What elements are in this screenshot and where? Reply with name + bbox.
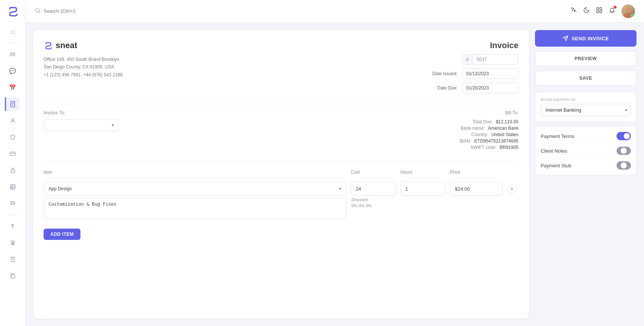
date-issued-label: Date Issued:	[432, 71, 458, 76]
svg-rect-23	[600, 11, 602, 13]
bill-to-label: Bill To:	[459, 110, 518, 115]
country-row: Country: United States	[459, 132, 518, 137]
grid-icon[interactable]	[596, 7, 603, 15]
sidebar-logo[interactable]	[6, 5, 20, 18]
send-icon	[562, 35, 568, 41]
remove-cell: ×	[507, 182, 518, 220]
sidebar-item-credit[interactable]	[6, 147, 20, 161]
sidebar-item-home[interactable]: ⌂	[6, 25, 20, 38]
col-cost: Cost	[351, 170, 396, 175]
payment-stub-row: Payment Stub	[541, 158, 631, 173]
payment-terms-toggle[interactable]	[617, 132, 631, 140]
payment-terms-row: Payment Terms	[541, 129, 631, 144]
sidebar-item-doc[interactable]	[6, 269, 20, 283]
item-name: App Design	[48, 186, 72, 191]
discount-values: 0% 0% 0%	[351, 203, 396, 208]
total-due-row: Total Due: $12,110.55	[459, 119, 518, 124]
sidebar-item-crown[interactable]: ♛	[6, 236, 20, 250]
preview-button[interactable]: PREVIEW	[535, 51, 636, 66]
avatar-online-indicator	[631, 14, 635, 18]
search-input[interactable]	[44, 8, 119, 14]
address-line1: Office 149, 450 South Brand Brooklyn	[44, 56, 123, 63]
invoice-to-select[interactable]: ​ ▾	[44, 119, 119, 131]
sidebar-divider-1	[8, 43, 18, 43]
invoice-to-label: Invoice To:	[44, 110, 119, 115]
sidebar-item-lock[interactable]	[6, 164, 20, 177]
item-description[interactable]: Customization & Bug Fixes	[44, 198, 346, 219]
cost-cell: Discount: 0% 0% 0%	[351, 182, 396, 220]
svg-rect-21	[600, 8, 602, 9]
item-cell: App Design ▾ Customization & Bug Fixes	[44, 182, 346, 220]
sidebar-item-calendar[interactable]: 📅	[6, 81, 20, 94]
country-label: Country:	[471, 132, 488, 137]
items-table-header: Item Cost Hours Price	[44, 170, 518, 178]
total-due-label: Total Due:	[473, 119, 493, 124]
bill-section: Invoice To: ​ ▾ Bill To: Total Due: $12,…	[44, 110, 518, 161]
avatar[interactable]	[621, 5, 635, 18]
save-button[interactable]: SAVE	[535, 71, 636, 86]
invoice-number-field: #	[462, 54, 518, 65]
invoice-title: Invoice	[490, 41, 518, 50]
sidebar: ⌂ ✉ 💬 📅	[0, 0, 26, 326]
date-due-field: Date Due:	[437, 83, 518, 93]
swift-row: SWIFT code: BR91905	[459, 145, 518, 150]
item-select[interactable]: App Design ▾	[44, 182, 346, 196]
swift-value: BR91905	[500, 145, 518, 150]
date-issued-field: Date Issued:	[432, 68, 518, 79]
date-due-label: Date Due:	[437, 85, 458, 91]
send-invoice-button[interactable]: SEND INVOICE	[535, 30, 636, 47]
translate-icon[interactable]	[570, 7, 577, 15]
send-invoice-label: SEND INVOICE	[571, 36, 609, 41]
date-due-input[interactable]	[462, 83, 518, 93]
company-logo: sneat	[44, 41, 123, 50]
svg-rect-7	[11, 170, 14, 173]
sidebar-item-table[interactable]	[6, 180, 20, 194]
address-line2: San Diego County, CA 91905, USA	[44, 63, 123, 71]
sidebar-item-text[interactable]: T	[6, 220, 20, 233]
remove-item-button[interactable]: ×	[507, 184, 516, 193]
sidebar-item-stack[interactable]: ☰	[6, 253, 20, 266]
search-icon	[35, 8, 41, 15]
payment-card: Accept payments via Internet Banking Cre…	[535, 92, 636, 122]
svg-rect-8	[11, 185, 15, 189]
sidebar-item-user[interactable]	[6, 114, 20, 127]
add-item-button[interactable]: ADD ITEM	[44, 229, 80, 240]
date-issued-input[interactable]	[462, 68, 518, 79]
invoice-divider-1	[44, 104, 518, 104]
company-address: Office 149, 450 South Brand Brooklyn San…	[44, 56, 123, 79]
sidebar-item-layers[interactable]	[6, 197, 20, 210]
col-hours: Hours	[400, 170, 445, 175]
swift-label: SWIFT code:	[470, 145, 497, 150]
hours-input[interactable]	[400, 182, 445, 196]
sidebar-item-invoice[interactable]	[5, 97, 20, 111]
total-due-value: $12,110.55	[496, 119, 518, 124]
payment-select-wrapper: Internet Banking Credit Card PayPal ▾	[541, 104, 631, 116]
country-value: United States	[491, 132, 518, 137]
iban-value: ETD95476213874685	[474, 138, 518, 144]
invoice-panel: sneat Office 149, 450 South Brand Brookl…	[33, 30, 529, 318]
payment-stub-toggle[interactable]	[617, 161, 631, 170]
svg-point-4	[12, 119, 14, 121]
hours-cell	[400, 182, 445, 220]
bell-icon[interactable]	[609, 7, 615, 15]
payment-terms-toggle-thumb	[624, 133, 630, 139]
notification-badge	[614, 6, 617, 9]
price-cell: $24.00	[450, 182, 503, 220]
payment-method-select[interactable]: Internet Banking Credit Card PayPal	[541, 104, 631, 116]
invoice-number-input[interactable]	[473, 55, 511, 64]
client-notes-toggle[interactable]	[617, 147, 631, 155]
cost-input[interactable]	[351, 182, 396, 196]
table-row: App Design ▾ Customization & Bug Fixes D…	[44, 182, 518, 220]
price-display: $24.00	[450, 182, 503, 196]
sidebar-divider-2	[8, 215, 18, 215]
client-notes-label: Client Notes	[541, 148, 567, 154]
content-area: sneat Office 149, 450 South Brand Brookl…	[26, 23, 644, 326]
moon-icon[interactable]	[583, 7, 590, 15]
sidebar-item-shield[interactable]	[6, 130, 20, 144]
svg-rect-15	[12, 274, 15, 279]
iban-label: IBAN:	[459, 138, 471, 144]
invoice-meta: Invoice # Date Issued: Date Due:	[432, 41, 518, 93]
payment-terms-label: Payment Terms	[541, 133, 574, 139]
sidebar-item-mail[interactable]: ✉	[6, 48, 20, 61]
sidebar-item-chat[interactable]: 💬	[6, 64, 20, 78]
